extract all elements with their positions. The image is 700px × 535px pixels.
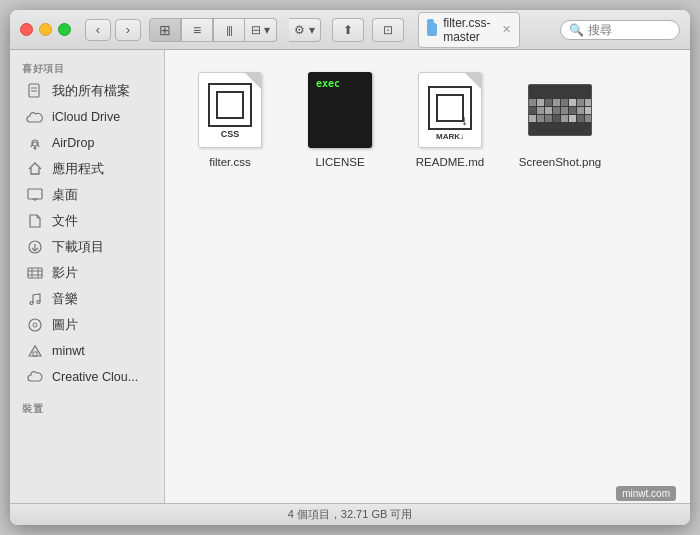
traffic-lights	[20, 23, 71, 36]
sidebar-item-label: 音樂	[52, 291, 78, 308]
creative-cloud-icon	[26, 368, 44, 386]
file-name-readme: README.md	[416, 156, 484, 168]
svg-point-17	[29, 319, 41, 331]
file-item-readme[interactable]: ↓ MARK↓ README.md	[405, 70, 495, 168]
file-item-license[interactable]: exec LICENSE	[295, 70, 385, 168]
tab-close-button[interactable]: ✕	[502, 23, 511, 36]
back-button[interactable]: ‹	[85, 19, 111, 41]
view-list-button[interactable]: ≡	[181, 18, 213, 42]
all-files-icon	[26, 82, 44, 100]
file-area: CSS filter.css exec LICENSE	[165, 50, 690, 503]
view-columns-button[interactable]: |||	[213, 18, 245, 42]
file-icon-screenshot	[525, 70, 595, 150]
statusbar-text: 4 個項目，32.71 GB 可用	[288, 507, 413, 522]
sidebar-item-label: 影片	[52, 265, 78, 282]
folder-icon	[427, 23, 437, 36]
movies-icon	[26, 264, 44, 282]
sidebar-item-label: minwt	[52, 344, 85, 358]
minwt-icon	[26, 342, 44, 360]
content-area: 喜好項目 我的所有檔案 iCloud Drive	[10, 50, 690, 503]
search-input[interactable]	[588, 23, 668, 37]
icloud-icon	[26, 108, 44, 126]
sidebar-item-all-files[interactable]: 我的所有檔案	[14, 78, 160, 104]
exec-label: exec	[316, 78, 340, 89]
path-button[interactable]: ⊡	[372, 18, 404, 42]
desktop-icon	[26, 186, 44, 204]
svg-point-18	[33, 323, 37, 327]
sidebar-item-label: 桌面	[52, 187, 78, 204]
nav-buttons: ‹ ›	[85, 19, 141, 41]
svg-point-16	[37, 301, 40, 304]
sidebar-item-documents[interactable]: 文件	[14, 208, 160, 234]
file-icon-readme: ↓ MARK↓	[415, 70, 485, 150]
airdrop-icon	[26, 134, 44, 152]
devices-label: 裝置	[10, 398, 164, 418]
close-button[interactable]	[20, 23, 33, 36]
documents-icon	[26, 212, 44, 230]
file-name-filter-css: filter.css	[209, 156, 251, 168]
sidebar-item-label: AirDrop	[52, 136, 94, 150]
action-group: ⚙ ▾	[289, 18, 321, 42]
minimize-button[interactable]	[39, 23, 52, 36]
sidebar-item-airdrop[interactable]: AirDrop	[14, 130, 160, 156]
sidebar-item-label: 應用程式	[52, 161, 104, 178]
screenshot-preview	[529, 99, 592, 122]
sidebar-item-apps[interactable]: 應用程式	[14, 156, 160, 182]
svg-point-4	[34, 147, 37, 150]
favorites-label: 喜好項目	[10, 58, 164, 78]
svg-rect-5	[28, 189, 42, 199]
sidebar: 喜好項目 我的所有檔案 iCloud Drive	[10, 50, 165, 503]
finder-window: ‹ › ⊞ ≡ ||| ⊟ ▾ ⚙ ▾ ⬆ ⊡ filter.css-maste…	[10, 10, 690, 525]
sidebar-item-label: 我的所有檔案	[52, 83, 130, 100]
share-button[interactable]: ⬆	[332, 18, 364, 42]
forward-button[interactable]: ›	[115, 19, 141, 41]
apps-icon	[26, 160, 44, 178]
sidebar-item-pictures[interactable]: 圖片	[14, 312, 160, 338]
sidebar-item-music[interactable]: 音樂	[14, 286, 160, 312]
music-icon	[26, 290, 44, 308]
search-icon: 🔍	[569, 23, 584, 37]
file-icon-license: exec	[305, 70, 375, 150]
sidebar-item-label: 下載項目	[52, 239, 104, 256]
file-item-filter-css[interactable]: CSS filter.css	[185, 70, 275, 168]
folder-tab-name: filter.css-master	[443, 16, 496, 44]
sidebar-item-downloads[interactable]: 下載項目	[14, 234, 160, 260]
file-icon-css: CSS	[195, 70, 265, 150]
sidebar-item-icloud[interactable]: iCloud Drive	[14, 104, 160, 130]
action-button[interactable]: ⚙ ▾	[289, 18, 321, 42]
file-name-screenshot: ScreenShot.png	[519, 156, 601, 168]
sidebar-item-creative-cloud[interactable]: Creative Clou...	[14, 364, 160, 390]
folder-tab[interactable]: filter.css-master ✕	[418, 12, 520, 48]
titlebar: ‹ › ⊞ ≡ ||| ⊟ ▾ ⚙ ▾ ⬆ ⊡ filter.css-maste…	[10, 10, 690, 50]
statusbar: 4 個項目，32.71 GB 可用	[10, 503, 690, 525]
pictures-icon	[26, 316, 44, 334]
svg-point-15	[30, 302, 33, 305]
sidebar-item-minwt[interactable]: minwt	[14, 338, 160, 364]
view-buttons: ⊞ ≡ ||| ⊟ ▾	[149, 18, 277, 42]
svg-rect-10	[28, 268, 42, 278]
file-name-license: LICENSE	[315, 156, 364, 168]
search-box: 🔍	[560, 20, 680, 40]
file-item-screenshot[interactable]: ScreenShot.png	[515, 70, 605, 168]
sidebar-item-label: 圖片	[52, 317, 78, 334]
downloads-icon	[26, 238, 44, 256]
svg-rect-19	[33, 352, 37, 356]
maximize-button[interactable]	[58, 23, 71, 36]
sidebar-item-label: iCloud Drive	[52, 110, 120, 124]
sidebar-item-movies[interactable]: 影片	[14, 260, 160, 286]
sidebar-item-label: Creative Clou...	[52, 370, 138, 384]
sidebar-item-label: 文件	[52, 213, 78, 230]
view-cover-button[interactable]: ⊟ ▾	[245, 18, 277, 42]
sidebar-item-desktop[interactable]: 桌面	[14, 182, 160, 208]
view-grid-button[interactable]: ⊞	[149, 18, 181, 42]
watermark: minwt.com	[616, 486, 676, 501]
